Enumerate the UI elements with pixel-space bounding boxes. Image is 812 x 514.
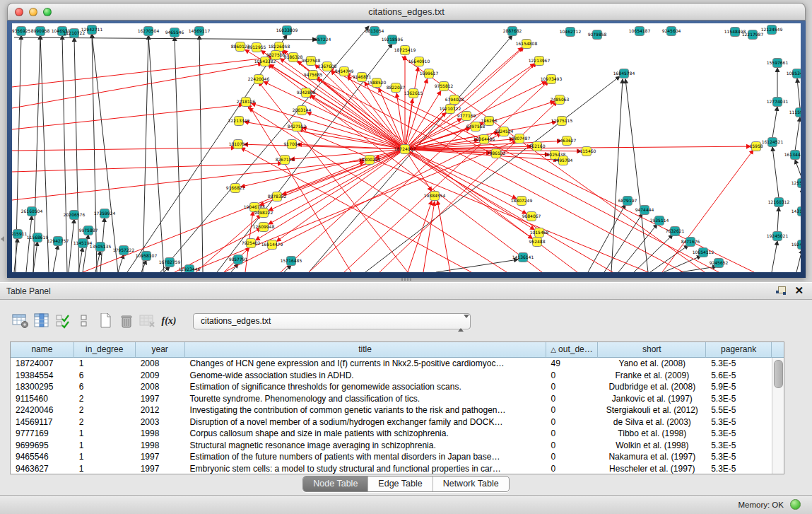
graph-node[interactable]: 12975115 [551,117,573,126]
network-canvas[interactable]: 8860123891295518226058982750810543382818… [12,23,801,272]
table-cell[interactable]: 9699695 [11,440,74,452]
table-cell[interactable]: 2 [74,416,136,428]
graph-node[interactable]: 9242848 [297,88,316,98]
tab-edge-table[interactable]: Edge Table [368,477,433,491]
scrollbar-thumb[interactable] [774,360,783,388]
table-cell[interactable]: 2009 [136,370,185,382]
graph-node[interactable]: 16270504 [138,27,160,36]
graph-node[interactable]: 12774031 [767,98,789,107]
table-cell[interactable]: 0 [546,404,599,416]
graph-node[interactable]: 7485063 [551,95,570,105]
graph-node[interactable]: 8878332 [268,192,287,201]
graph-node[interactable]: 8471676 [681,238,700,247]
table-row[interactable]: 911546021997Tourette syndrome. Phenomeno… [11,393,772,405]
table-cell[interactable]: 1 [74,428,136,440]
column-header-out-de-[interactable]: △out_de… [546,342,599,358]
graph-node[interactable]: 14569117 [189,27,211,36]
graph-node[interactable]: 3824534 [495,127,514,136]
graph-node[interactable]: 9463627 [558,136,577,146]
table-cell[interactable]: 5.3E-5 [706,440,772,452]
table-settings-icon[interactable] [10,310,31,332]
graph-node[interactable]: 10807487 [509,134,531,144]
table-cell[interactable]: 5.3E-5 [706,416,772,428]
table-cell[interactable]: Nakamura et al. (1997) [598,451,706,463]
graph-node[interactable]: 9245652 [710,259,729,268]
table-cell[interactable]: 0 [546,381,599,393]
table-cell[interactable]: Genome-wide association studies in ADHD. [185,370,546,382]
table-cell[interactable]: 9115460 [11,393,74,405]
table-cell[interactable]: 5.3E-5 [706,393,772,405]
graph-node[interactable]: 12923446 [179,265,201,273]
column-header-in-degree[interactable]: in_degree [74,342,136,358]
graph-node[interactable]: 18226058 [269,42,290,52]
table-cell[interactable]: Structural magnetic resonance image aver… [185,440,546,452]
tab-node-table[interactable]: Node Table [303,477,368,491]
citation-graph[interactable]: 8860123891295518226058982750810543382818… [12,23,801,272]
graph-node[interactable]: 19384554 [424,192,446,201]
table-cell[interactable]: 1997 [136,463,185,474]
table-cell[interactable]: 2012 [136,404,185,416]
graph-node[interactable]: 7986532 [487,149,506,158]
table-cell[interactable]: Tibbo et al. (1998) [598,428,706,440]
graph-node[interactable]: 7857224 [312,35,331,45]
table-cell[interactable]: 9465546 [11,451,74,463]
table-selector-combobox[interactable]: citations_edges.txt [193,313,471,329]
graph-node[interactable]: 12942757 [47,237,69,246]
graph-node[interactable]: 19210722 [440,105,461,114]
table-row[interactable]: 1830029562008Estimation of significance … [11,381,772,393]
graph-node[interactable]: 2935114 [650,216,669,226]
table-cell[interactable]: 1998 [136,428,185,440]
graph-node[interactable]: 10654112 [693,248,714,257]
graph-node[interactable]: 1699617 [420,69,439,78]
graph-node[interactable]: 2887682 [503,27,522,36]
table-cell[interactable]: 1 [74,463,136,474]
graph-node[interactable]: 962160 [529,142,546,151]
column-header-year[interactable]: year [136,342,185,358]
table-cell[interactable]: 5.9E-5 [706,381,772,393]
table-cell[interactable]: 9463627 [11,463,74,474]
unselect-rows-icon[interactable] [73,310,95,332]
table-cell[interactable]: 49 [546,358,599,370]
graph-node[interactable]: 15716485 [281,257,302,266]
graph-node[interactable]: 8813054 [365,27,384,36]
table-vertical-scrollbar[interactable] [772,358,784,474]
column-header-pagerank[interactable]: pagerank [706,342,772,358]
graph-node[interactable]: 8186328 [284,53,303,62]
graph-node[interactable]: 12213349 [228,117,250,126]
table-cell[interactable]: Estimation of the future numbers of pati… [185,451,546,463]
table-cell[interactable]: 0 [546,370,599,382]
graph-node[interactable]: 9356925 [12,27,31,36]
graph-node[interactable]: 9465546 [165,28,184,37]
table-cell[interactable]: 18300295 [11,381,74,393]
graph-node[interactable]: 12609948 [253,223,275,232]
graph-node[interactable]: 20206576 [64,211,86,220]
table-cell[interactable]: Tourette syndrome. Phenomenology and cla… [185,393,546,405]
table-cell[interactable]: 5.6E-5 [706,370,772,382]
table-row[interactable]: 946554611997Estimation of the future num… [11,451,772,463]
table-cell[interactable]: 2008 [136,358,185,370]
table-cell[interactable]: 19384554 [11,370,74,382]
close-panel-icon[interactable]: ✕ [794,286,804,296]
graph-node[interactable]: 11159581 [789,108,801,117]
graph-node[interactable]: 10973493 [541,75,563,84]
graph-node[interactable]: 8822037 [387,83,406,93]
table-cell[interactable]: 5.3E-5 [706,451,772,463]
table-cell[interactable]: 0 [546,393,599,405]
table-row[interactable]: 1872400712008Changes of HCN gene express… [11,358,772,370]
graph-node[interactable]: 7632621 [666,227,685,236]
column-header-short[interactable]: short [598,342,706,358]
table-cell[interactable]: 2 [74,404,136,416]
table-cell[interactable]: 0 [546,451,599,463]
graph-node[interactable]: 16782759 [159,258,181,267]
graph-node[interactable]: 14136141 [512,253,534,262]
table-cell[interactable]: Franke et al. (2009) [598,370,706,382]
table-cell[interactable]: 9777169 [11,428,74,440]
graph-node[interactable]: 9245604 [662,27,681,36]
table-cell[interactable]: 0 [546,428,599,440]
graph-node[interactable]: 19245021 [767,232,789,241]
table-cell[interactable]: 0 [546,440,599,452]
graph-node[interactable]: 14312441 [792,207,801,216]
graph-node[interactable]: 16640910 [408,57,430,66]
table-cell[interactable]: 5.5E-5 [706,404,772,416]
graph-node[interactable]: 19218596 [382,35,404,45]
